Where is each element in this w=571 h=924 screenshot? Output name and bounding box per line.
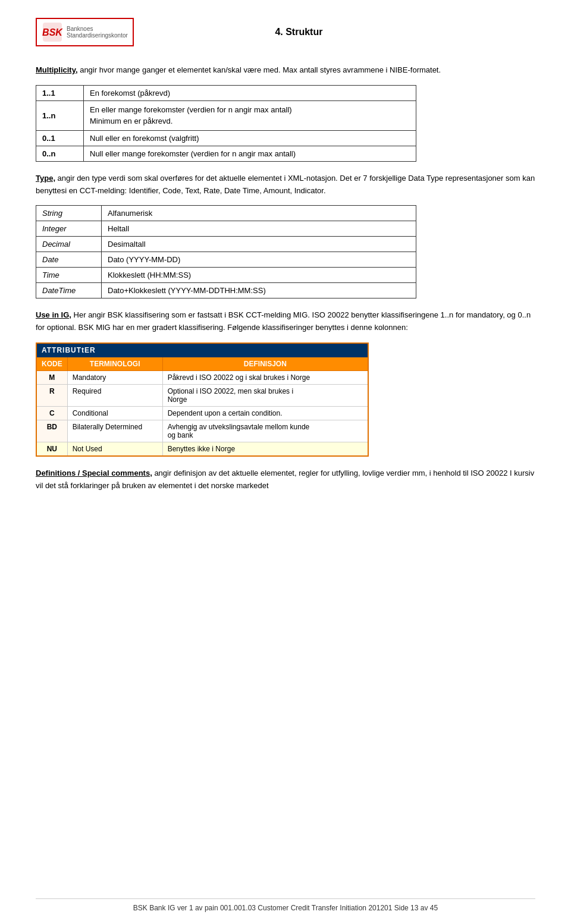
- footer-text: BSK Bank IG ver 1 av pain 001.001.03 Cus…: [133, 904, 438, 912]
- type-intro: Type, angir den type verdi som skal over…: [36, 172, 535, 197]
- attr-term-M: Mandatory: [67, 370, 162, 384]
- table-row: Time Klokkeslett (HH:MM:SS): [36, 268, 416, 283]
- type-desc-3: Desimaltall: [102, 237, 416, 252]
- table-row: R Required Optional i ISO 20022, men ska…: [36, 384, 368, 406]
- use-in-ig-intro: Use in IG, Her angir BSK klassifisering …: [36, 309, 535, 334]
- mult-desc-2: En eller mange forekomster (verdien for …: [84, 100, 416, 130]
- table-row: 0..1 Null eller en forekomst (valgfritt): [36, 130, 416, 146]
- type-name-2: Integer: [36, 221, 102, 237]
- logo-line2: Standardiseringskontor: [67, 32, 128, 39]
- attributes-title: ATTRIBUTtER: [36, 343, 368, 357]
- type-desc-1: Alfanumerisk: [102, 206, 416, 221]
- logo-text: Banknoes Standardiseringskontor: [67, 26, 128, 39]
- footer: BSK Bank IG ver 1 av pain 001.001.03 Cus…: [36, 898, 535, 912]
- header: BSK Banknoes Standardiseringskontor 4. S…: [36, 18, 535, 46]
- attr-kode-NU: NU: [36, 442, 67, 456]
- type-name-4: Date: [36, 252, 102, 268]
- attr-kode-C: C: [36, 406, 67, 420]
- mult-code-2: 1..n: [36, 100, 84, 130]
- page-title: 4. Struktur: [134, 27, 464, 37]
- col-header-kode: KODE: [36, 357, 67, 370]
- table-row: C Conditional Dependent upon a certain c…: [36, 406, 368, 420]
- page: BSK Banknoes Standardiseringskontor 4. S…: [0, 0, 571, 924]
- multiplicity-table: 1..1 En forekomst (påkrevd) 1..n En elle…: [36, 85, 416, 162]
- col-header-def: DEFINISJON: [162, 357, 368, 370]
- logo-area: BSK Banknoes Standardiseringskontor: [36, 18, 134, 46]
- type-text: angir den type verdi som skal overføres …: [36, 174, 535, 195]
- attr-def-BD: Avhengig av utvekslingsavtale mellom kun…: [162, 420, 368, 442]
- type-name-5: Time: [36, 268, 102, 283]
- type-desc-4: Dato (YYYY-MM-DD): [102, 252, 416, 268]
- table-row: String Alfanumerisk: [36, 206, 416, 221]
- mult-code-4: 0..n: [36, 146, 84, 161]
- attr-term-NU: Not Used: [67, 442, 162, 456]
- multiplicity-label: Multiplicity,: [36, 65, 78, 74]
- mult-code-1: 1..1: [36, 85, 84, 100]
- use-in-ig-label: Use in IG,: [36, 310, 71, 319]
- definitions-label: Definitions / Special comments,: [36, 469, 152, 477]
- table-row: 1..n En eller mange forekomster (verdien…: [36, 100, 416, 130]
- col-header-term: TERMINOLOGI: [67, 357, 162, 370]
- type-label: Type,: [36, 174, 55, 183]
- attr-def-M: Påkrevd i ISO 20022 og i skal brukes i N…: [162, 370, 368, 384]
- attributes-title-row: ATTRIBUTtER: [36, 343, 368, 357]
- table-row: Integer Heltall: [36, 221, 416, 237]
- table-row: 0..n Null eller mange forekomster (verdi…: [36, 146, 416, 161]
- table-row: 1..1 En forekomst (påkrevd): [36, 85, 416, 100]
- table-row: DateTime Dato+Klokkeslett (YYYY-MM-DDTHH…: [36, 283, 416, 298]
- multiplicity-text: angir hvor mange ganger et elementet kan…: [78, 65, 441, 74]
- table-row: NU Not Used Benyttes ikke i Norge: [36, 442, 368, 456]
- table-row: Date Dato (YYYY-MM-DD): [36, 252, 416, 268]
- type-desc-2: Heltall: [102, 221, 416, 237]
- mult-desc-1: En forekomst (påkrevd): [84, 85, 416, 100]
- logo-icon: BSK: [42, 21, 63, 43]
- attributes-table: ATTRIBUTtER KODE TERMINOLOGI DEFINISJON …: [36, 342, 369, 457]
- type-name-6: DateTime: [36, 283, 102, 298]
- attr-def-NU: Benyttes ikke i Norge: [162, 442, 368, 456]
- attributes-col-headers: KODE TERMINOLOGI DEFINISJON: [36, 357, 368, 370]
- table-row: M Mandatory Påkrevd i ISO 20022 og i ska…: [36, 370, 368, 384]
- attr-kode-R: R: [36, 384, 67, 406]
- svg-text:BSK: BSK: [42, 27, 63, 37]
- table-row: Decimal Desimaltall: [36, 237, 416, 252]
- type-name-3: Decimal: [36, 237, 102, 252]
- attr-term-R: Required: [67, 384, 162, 406]
- multiplicity-intro: Multiplicity, angir hvor mange ganger et…: [36, 64, 535, 77]
- mult-code-3: 0..1: [36, 130, 84, 146]
- mult-desc-4: Null eller mange forekomster (verdien fo…: [84, 146, 416, 161]
- logo-line1: Banknoes: [67, 26, 128, 32]
- type-desc-6: Dato+Klokkeslett (YYYY-MM-DDTHH:MM:SS): [102, 283, 416, 298]
- type-name-1: String: [36, 206, 102, 221]
- use-in-ig-text: Her angir BSK klassifisering som er fast…: [36, 310, 531, 332]
- logo-box: BSK Banknoes Standardiseringskontor: [36, 18, 134, 46]
- attr-kode-BD: BD: [36, 420, 67, 442]
- attr-def-R: Optional i ISO 20022, men skal brukes iN…: [162, 384, 368, 406]
- attr-kode-M: M: [36, 370, 67, 384]
- definitions-paragraph: Definitions / Special comments, angir de…: [36, 467, 535, 492]
- type-table: String Alfanumerisk Integer Heltall Deci…: [36, 205, 416, 298]
- attr-term-C: Conditional: [67, 406, 162, 420]
- mult-desc-3: Null eller en forekomst (valgfritt): [84, 130, 416, 146]
- attr-def-C: Dependent upon a certain condition.: [162, 406, 368, 420]
- table-row: BD Bilaterally Determined Avhengig av ut…: [36, 420, 368, 442]
- type-desc-5: Klokkeslett (HH:MM:SS): [102, 268, 416, 283]
- attr-term-BD: Bilaterally Determined: [67, 420, 162, 442]
